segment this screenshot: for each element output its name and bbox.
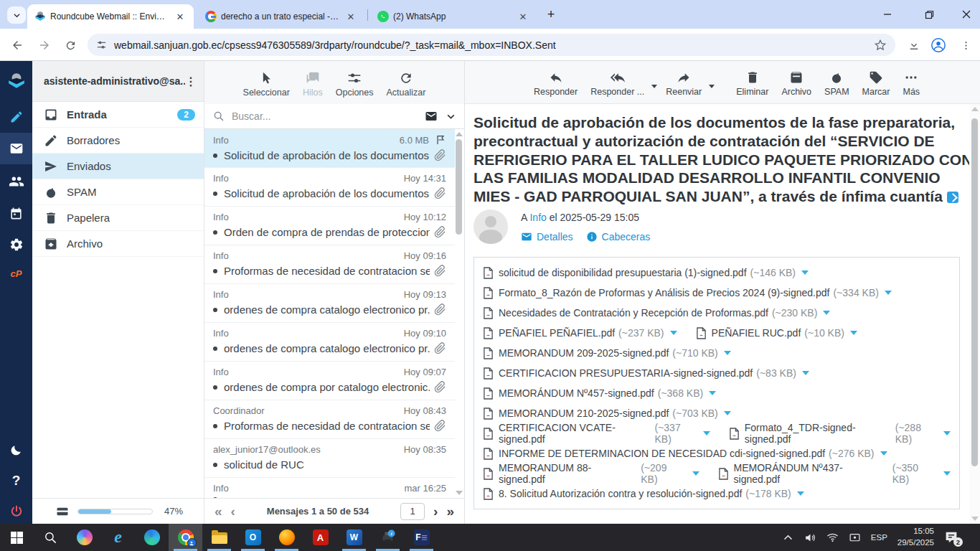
profile-avatar[interactable] <box>930 37 947 54</box>
attachment-item[interactable]: MEMORANDUM 209-2025-signed.pdf(~710 KB) <box>483 347 731 359</box>
reply-all-menu-icon[interactable] <box>651 85 657 88</box>
message-row[interactable]: alex_junior17@outlook.esHoy 08:35 solici… <box>204 439 455 478</box>
taskbar-acrobat-button[interactable]: A <box>303 524 337 551</box>
attachment-menu-icon[interactable] <box>724 351 731 355</box>
cast-screen-icon[interactable] <box>849 532 861 544</box>
attachment-item[interactable]: INFORME DE DETERMINACION DE NECESIDAD cd… <box>483 448 887 460</box>
contacts-icon[interactable] <box>0 167 32 196</box>
attachment-item[interactable]: MEMORÁNDUM Nº457-signed.pdf(~368 KB) <box>483 387 716 400</box>
forward-menu-icon[interactable] <box>709 85 715 88</box>
browser-menu-button[interactable] <box>957 37 974 54</box>
message-row[interactable]: InfoHoy 14:31 Solicitud de aprobación de… <box>204 168 455 207</box>
mark-button[interactable]: Marcar <box>857 69 896 98</box>
message-row[interactable]: InfoHoy 10:12 Orden de compra de prendas… <box>204 207 455 245</box>
delete-button[interactable]: Eliminar <box>730 69 774 98</box>
attachment-menu-icon[interactable] <box>670 331 677 335</box>
taskbar-print-tool-button[interactable]: i <box>371 524 405 551</box>
attachment-menu-icon[interactable] <box>943 431 951 435</box>
prev-page-button[interactable]: ‹ <box>231 504 235 518</box>
settings-gear-icon[interactable] <box>0 230 32 259</box>
last-page-button[interactable]: » <box>446 504 454 518</box>
options-button[interactable]: Opciones <box>331 70 379 99</box>
threads-button[interactable]: Hilos <box>298 70 328 99</box>
forward-button[interactable] <box>36 37 53 54</box>
taskbar-search-button[interactable] <box>34 524 67 551</box>
taskbar-firefox-button[interactable] <box>270 524 303 551</box>
attachment-item[interactable]: MEMORANDUM 210-2025-signed.pdf(~703 KB) <box>483 408 731 420</box>
tray-expand-chevron-icon[interactable] <box>782 532 794 544</box>
search-options-chevron-icon[interactable] <box>446 112 456 121</box>
attachment-menu-icon[interactable] <box>801 270 809 275</box>
message-row[interactable]: InfoHoy 09:13 ordenes de compra catalogo… <box>204 284 455 323</box>
attachment-item[interactable]: PEÑAFIEL PEÑAFIEL.pdf(~237 KB) <box>483 327 677 339</box>
folder-enviados[interactable]: Enviados <box>32 154 204 179</box>
taskbar-chrome-button[interactable] <box>169 524 202 551</box>
reply-all-button[interactable]: Responder ... <box>585 69 650 98</box>
tab-google-search[interactable]: derecho a un trato especial - Bu ✕ <box>198 4 364 29</box>
attachment-menu-icon[interactable] <box>850 331 857 335</box>
scroll-up-arrow[interactable] <box>971 107 979 111</box>
volume-icon[interactable] <box>804 532 816 544</box>
tab-close-icon[interactable]: ✕ <box>174 10 187 23</box>
details-link[interactable]: Detalles <box>521 231 573 242</box>
message-row[interactable]: Infomar 16:25 <box>204 478 455 498</box>
attachment-menu-icon[interactable] <box>885 291 892 295</box>
taskbar-outlook-button[interactable]: O <box>236 524 270 551</box>
attachment-item[interactable]: solicitud de disponibilidad presupuestar… <box>483 267 809 279</box>
taskbar-edge-button[interactable] <box>135 524 169 551</box>
taskbar-config-app-button[interactable]: F <box>405 524 438 551</box>
attachment-item[interactable]: MEMORÁNDUM Nº437-signed.pdf(~350 KB) <box>718 462 951 485</box>
attachment-menu-icon[interactable] <box>703 431 710 435</box>
scroll-up-arrow[interactable] <box>456 132 463 136</box>
message-row[interactable]: InfoHoy 09:07 ordenes de compra por cata… <box>204 362 455 400</box>
tab-whatsapp[interactable]: (2) WhatsApp ✕ <box>370 4 537 29</box>
reload-button[interactable] <box>62 37 79 54</box>
taskbar-explorer-button[interactable] <box>202 524 236 551</box>
first-page-button[interactable]: « <box>215 504 222 518</box>
search-scope-mail-icon[interactable] <box>425 110 438 123</box>
attachment-item[interactable]: 8. Solicitud Autorización contra y resol… <box>483 488 804 500</box>
folder-spam[interactable]: SPAM <box>32 179 204 205</box>
message-row[interactable]: InfoHoy 09:16 Proformas de necesidad de … <box>204 245 455 284</box>
attachment-item[interactable]: MEMORANDUM 88-signed.pdf(~209 KB) <box>483 462 699 485</box>
headers-link[interactable]: Cabeceras <box>586 231 651 242</box>
tab-search-button[interactable] <box>7 6 26 24</box>
help-icon[interactable]: ? <box>0 466 32 495</box>
scroll-down-arrow[interactable] <box>971 517 979 521</box>
open-in-new-window-icon[interactable] <box>947 192 958 203</box>
attachment-menu-icon[interactable] <box>880 451 887 456</box>
start-button[interactable] <box>0 524 34 551</box>
attachment-menu-icon[interactable] <box>797 491 804 496</box>
forward-button[interactable]: Reenviar <box>660 69 707 98</box>
logout-power-icon[interactable] <box>0 497 32 526</box>
list-scrollbar[interactable] <box>454 131 463 496</box>
scrollbar-thumb[interactable] <box>971 118 978 466</box>
spam-button[interactable]: SPAM <box>819 69 855 98</box>
next-page-button[interactable]: › <box>433 504 438 518</box>
folder-borradores[interactable]: Borradores <box>32 128 204 154</box>
bookmark-star-icon[interactable] <box>874 39 887 52</box>
message-row[interactable]: Info6.0 MB Solicitud de aprobación de lo… <box>204 129 455 168</box>
flag-icon[interactable] <box>435 134 446 146</box>
message-row[interactable]: InfoHoy 09:10 ordenes de compra catalogo… <box>204 323 455 362</box>
downloads-button[interactable] <box>905 37 923 54</box>
attachment-menu-icon[interactable] <box>692 471 699 476</box>
scroll-down-arrow[interactable] <box>456 491 463 495</box>
account-menu-icon[interactable]: ⋮ <box>185 75 197 88</box>
attachment-item[interactable]: Formato_8_Razón de Proformas y Análisis … <box>483 287 892 299</box>
dark-mode-moon-icon[interactable] <box>0 435 32 464</box>
tab-roundcube[interactable]: Roundcube Webmail :: Enviados ✕ <box>27 4 194 29</box>
attachment-menu-icon[interactable] <box>802 371 809 375</box>
folder-archivo[interactable]: Archivo <box>32 231 204 257</box>
reply-button[interactable]: Responder <box>528 69 583 98</box>
new-tab-button[interactable]: + <box>544 7 558 22</box>
taskbar-word-button[interactable]: W <box>337 524 371 551</box>
message-row[interactable]: CoordinadorHoy 08:43 Proformas de necesi… <box>204 400 455 439</box>
notification-center-button[interactable]: 2 <box>944 531 958 544</box>
mail-section-icon[interactable] <box>0 133 32 164</box>
attachment-item[interactable]: CERTIFICACION VCATE-signed.pdf(~337 KB) <box>483 422 710 445</box>
attachment-menu-icon[interactable] <box>709 391 716 395</box>
window-close-button[interactable] <box>950 0 980 29</box>
page-number-box[interactable]: 1 <box>400 503 425 520</box>
archive-button[interactable]: Archivo <box>776 69 817 98</box>
